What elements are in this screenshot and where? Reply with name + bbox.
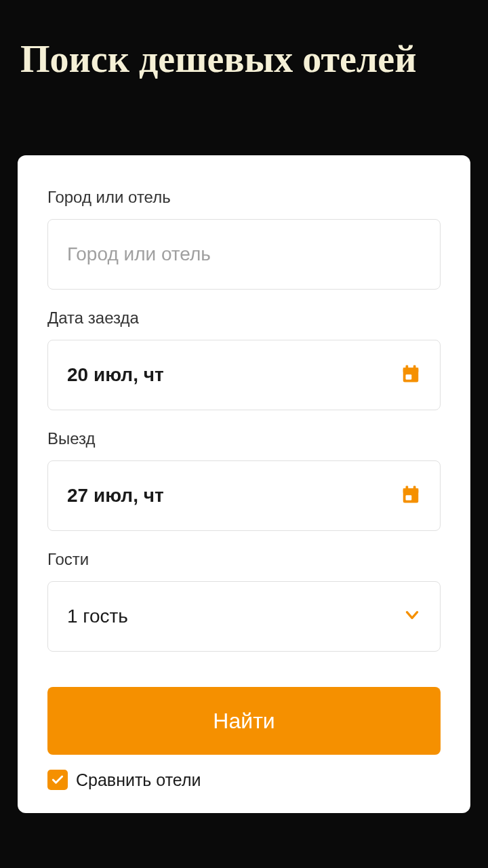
svg-rect-8 — [413, 486, 416, 490]
search-button[interactable]: Найти — [47, 687, 441, 755]
page-title: Поиск дешевых отелей — [0, 0, 488, 81]
guests-label: Гости — [47, 550, 441, 569]
svg-rect-3 — [413, 366, 416, 370]
svg-rect-6 — [403, 488, 419, 492]
hotel-search-form: Город или отель Дата заезда 20 июл, чт В… — [18, 155, 470, 813]
chevron-down-icon — [403, 606, 421, 627]
checkout-field-group: Выезд 27 июл, чт — [47, 429, 441, 531]
checkin-input[interactable]: 20 июл, чт — [47, 340, 441, 410]
svg-rect-1 — [403, 368, 419, 372]
guests-select[interactable]: 1 гость — [47, 581, 441, 652]
checkout-value: 27 июл, чт — [67, 485, 401, 507]
checkin-label: Дата заезда — [47, 309, 441, 328]
calendar-icon — [401, 363, 421, 387]
svg-rect-7 — [406, 486, 409, 490]
calendar-icon — [401, 484, 421, 507]
compare-label: Сравнить отели — [76, 770, 201, 790]
city-field-group: Город или отель — [47, 188, 441, 290]
check-icon — [51, 773, 64, 787]
city-input-box[interactable] — [47, 219, 441, 290]
guests-value: 1 гость — [67, 606, 403, 627]
compare-checkbox[interactable] — [47, 770, 68, 790]
guests-field-group: Гости 1 гость — [47, 550, 441, 652]
checkin-value: 20 июл, чт — [67, 364, 401, 386]
svg-rect-4 — [406, 374, 412, 380]
compare-hotels-row[interactable]: Сравнить отели — [47, 770, 441, 790]
city-input[interactable] — [67, 243, 421, 265]
checkout-label: Выезд — [47, 429, 441, 448]
city-label: Город или отель — [47, 188, 441, 207]
checkin-field-group: Дата заезда 20 июл, чт — [47, 309, 441, 410]
svg-rect-9 — [406, 495, 412, 500]
svg-rect-2 — [406, 366, 409, 370]
checkout-input[interactable]: 27 июл, чт — [47, 460, 441, 531]
